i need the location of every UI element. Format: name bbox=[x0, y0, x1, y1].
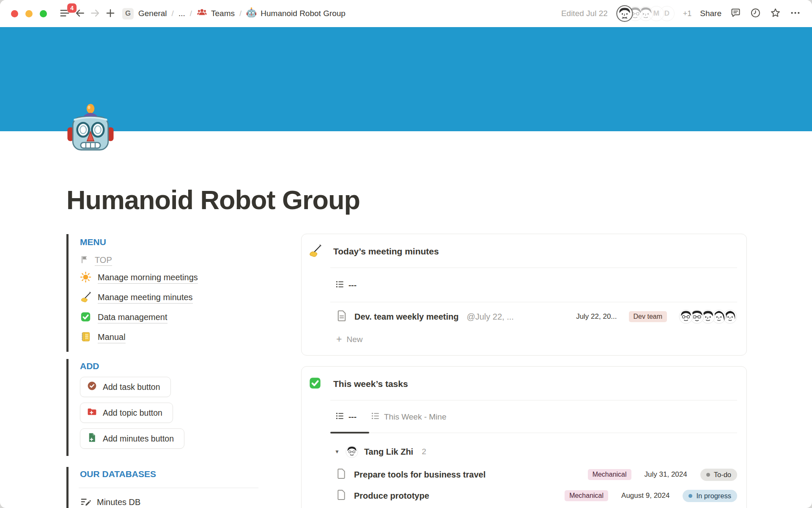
check-mark-button-icon bbox=[308, 376, 322, 392]
writing-hand-icon bbox=[80, 291, 91, 305]
meeting-title: Dev. team weekly meeting bbox=[354, 312, 458, 322]
ellipsis-icon bbox=[790, 7, 801, 20]
page-cover[interactable] bbox=[0, 27, 812, 131]
menu-link-morning-meetings[interactable]: Manage morning meetings bbox=[80, 268, 302, 288]
task-row-properties: Mechanical July 31, 2024 To-do bbox=[588, 469, 737, 481]
writing-hand-icon bbox=[308, 244, 322, 259]
team-tag[interactable]: Dev team bbox=[629, 311, 667, 322]
view-tab-label: --- bbox=[348, 412, 357, 422]
menu-link-top[interactable]: TOP bbox=[80, 253, 302, 268]
new-row-label: New bbox=[346, 335, 362, 344]
add-task-button-label: Add task button bbox=[103, 382, 160, 392]
task-title: Prepare tools for business travel bbox=[354, 470, 486, 480]
share-button[interactable]: Share bbox=[700, 9, 721, 18]
flag-icon bbox=[80, 255, 89, 266]
robot-icon bbox=[246, 7, 257, 20]
category-tag[interactable]: Mechanical bbox=[588, 469, 631, 480]
add-topic-button[interactable]: Add topic button bbox=[80, 403, 173, 423]
avatar[interactable] bbox=[617, 6, 632, 21]
card-title: This week’s tasks bbox=[333, 379, 408, 389]
check-mark-button-icon bbox=[80, 311, 91, 325]
view-tab-default[interactable]: --- bbox=[335, 280, 357, 291]
clock-icon bbox=[750, 7, 761, 20]
page-icon bbox=[335, 309, 348, 324]
add-task-button[interactable]: Add task button bbox=[80, 377, 171, 397]
toolbar-right: Edited Jul 22 M D +1 Share bbox=[561, 6, 801, 21]
list-view-icon bbox=[335, 280, 344, 291]
minimize-window-button[interactable] bbox=[25, 10, 33, 17]
menu-link-manual[interactable]: Manual bbox=[80, 328, 302, 348]
new-row-button[interactable]: + New bbox=[302, 325, 746, 355]
task-row[interactable]: Prepare tools for business travel Mechan… bbox=[302, 458, 746, 481]
menu-link-data-management[interactable]: Data management bbox=[80, 308, 302, 328]
page-robot-icon[interactable] bbox=[66, 104, 115, 153]
breadcrumb-page-label: Humanoid Robot Group bbox=[261, 9, 346, 18]
avatar[interactable] bbox=[679, 309, 693, 324]
comment-icon bbox=[730, 7, 741, 20]
meeting-minutes-card-header: Today’s meeting minutes bbox=[302, 234, 746, 268]
breadcrumb-ellipsis[interactable]: ... bbox=[178, 9, 185, 18]
back-arrow-icon bbox=[74, 8, 85, 20]
group-count: 2 bbox=[422, 447, 426, 456]
add-minutes-button[interactable]: Add minutes button bbox=[80, 428, 184, 449]
view-tab-label: This Week - Mine bbox=[384, 412, 446, 422]
folder-plus-icon bbox=[87, 406, 97, 419]
presence-overflow-count[interactable]: +1 bbox=[683, 9, 692, 18]
divider bbox=[330, 400, 737, 400]
add-heading: ADD bbox=[80, 361, 302, 372]
collapse-caret-icon[interactable]: ▼ bbox=[335, 449, 340, 455]
breadcrumb: G General / ... / Teams / Humanoid Robot… bbox=[122, 7, 346, 20]
updates-button[interactable] bbox=[750, 7, 761, 20]
forward-arrow-icon bbox=[90, 8, 101, 20]
workspace-icon[interactable]: G bbox=[122, 8, 134, 19]
menu-link-label: Manage morning meetings bbox=[98, 273, 198, 284]
window-controls bbox=[11, 10, 47, 17]
view-tabs: --- This Week - Mine bbox=[302, 400, 746, 433]
sidebar-toggle-button[interactable]: 4 bbox=[57, 6, 72, 21]
sun-icon bbox=[80, 271, 91, 285]
meeting-row[interactable]: Dev. team weekly meeting @July 22, ... J… bbox=[302, 302, 746, 325]
compose-icon bbox=[80, 497, 91, 508]
attendee-avatars bbox=[679, 309, 737, 324]
group-header-row: ▼ Tang Lik Zhi 2 bbox=[302, 433, 746, 458]
databases-heading: OUR DATABASES bbox=[80, 469, 302, 480]
toolbar: 4 G General / ... / Teams / Humanoid Rob… bbox=[0, 0, 812, 27]
maximize-window-button[interactable] bbox=[40, 10, 47, 17]
status-badge[interactable]: In progress bbox=[683, 490, 737, 502]
plus-icon: + bbox=[336, 334, 342, 344]
page-title[interactable]: Humanoid Robot Group bbox=[66, 185, 360, 215]
menu-section: MENU TOP Manage morning meetings Manage … bbox=[66, 234, 302, 352]
breadcrumb-teams[interactable]: Teams bbox=[197, 7, 235, 20]
breadcrumb-page[interactable]: Humanoid Robot Group bbox=[246, 7, 346, 20]
breadcrumb-general[interactable]: General bbox=[138, 9, 167, 18]
status-label: In progress bbox=[696, 492, 731, 500]
page-icon bbox=[335, 489, 347, 502]
back-button[interactable] bbox=[72, 6, 88, 21]
menu-link-meeting-minutes[interactable]: Manage meeting minutes bbox=[80, 288, 302, 308]
favorite-button[interactable] bbox=[770, 7, 781, 20]
meeting-date-mention: @July 22, ... bbox=[466, 312, 513, 322]
status-label: To-do bbox=[714, 471, 731, 479]
new-page-button[interactable] bbox=[103, 6, 118, 21]
card-title: Today’s meeting minutes bbox=[333, 246, 439, 257]
divider bbox=[330, 268, 737, 268]
view-tab-this-week-mine[interactable]: This Week - Mine bbox=[371, 411, 446, 422]
page-icon bbox=[335, 468, 347, 481]
comments-button[interactable] bbox=[730, 7, 741, 20]
group-name[interactable]: Tang Lik Zhi bbox=[364, 447, 413, 457]
task-check-circle-icon bbox=[87, 381, 97, 393]
close-window-button[interactable] bbox=[11, 10, 18, 17]
task-row[interactable]: Produce prototype Mechanical August 9, 2… bbox=[302, 481, 746, 502]
minutes-db-link[interactable]: Minutes DB bbox=[80, 495, 302, 508]
status-badge[interactable]: To-do bbox=[700, 469, 737, 481]
task-due-date: July 31, 2024 bbox=[645, 470, 687, 479]
weekly-tasks-card-header: This week’s tasks bbox=[302, 367, 746, 400]
forward-button[interactable] bbox=[88, 6, 103, 21]
menu-link-label: Data management bbox=[98, 312, 167, 323]
add-section: ADD Add task button Add topic button Add… bbox=[66, 359, 302, 456]
category-tag[interactable]: Mechanical bbox=[565, 490, 608, 501]
more-options-button[interactable] bbox=[790, 7, 801, 20]
view-tab-default[interactable]: --- bbox=[335, 411, 357, 422]
presence-avatar-stack: M D bbox=[617, 6, 675, 21]
app-window: 4 G General / ... / Teams / Humanoid Rob… bbox=[0, 0, 812, 508]
